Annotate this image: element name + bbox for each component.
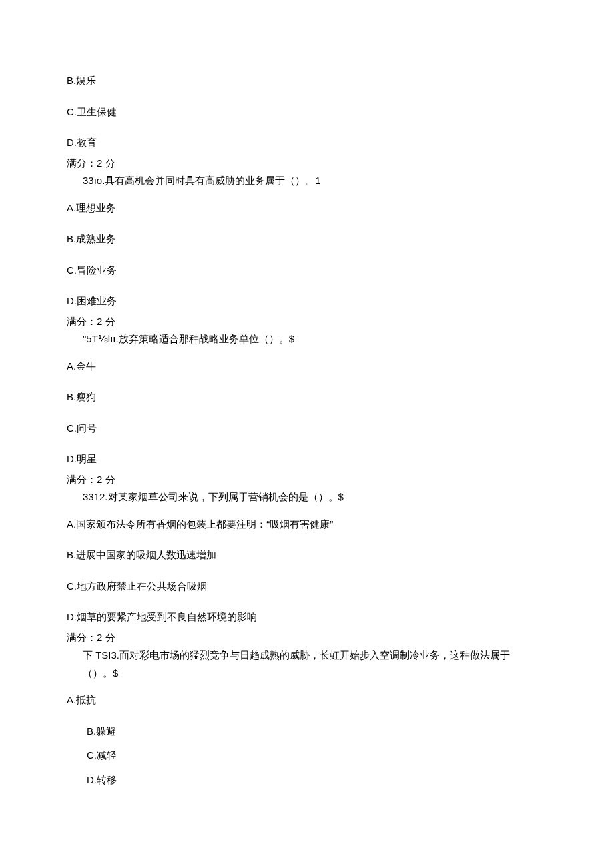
score-line-2: 满分：2 分 xyxy=(67,314,547,330)
score-line-1: 满分：2 分 xyxy=(67,156,547,171)
q11-stem: "5T⅟₈lıı.放弃策略适合那种战略业务单位（）。$ xyxy=(83,332,547,347)
q-prev-option-b: B.娱乐 xyxy=(67,73,547,89)
q11-option-d: D.明星 xyxy=(67,452,547,467)
q10-stem: 33ıo.具有高机会并同时具有高威胁的业务属于（）。1 xyxy=(83,173,547,189)
q13-option-c: C.减轻 xyxy=(87,748,547,763)
q11-option-b: B.瘦狗 xyxy=(67,390,547,405)
q12-option-b: B.进展中国家的吸烟人数迅速增加 xyxy=(67,548,547,563)
q12-option-a: A.国家颁布法令所有香烟的包装上都要注明：“吸烟有害健康” xyxy=(67,517,547,532)
score-line-4: 满分：2 分 xyxy=(67,630,547,646)
q12-option-c: C.地方政府禁止在公共场合吸烟 xyxy=(67,579,547,594)
q11-option-a: A.金牛 xyxy=(67,359,547,374)
q10-option-d: D.困难业务 xyxy=(67,294,547,309)
q12-stem: 3312.对某家烟草公司来说，下列属于营销机会的是（）。$ xyxy=(83,490,547,505)
q13-stem-line1: 下 TSI3.面对彩电市场的猛烈竞争与日趋成熟的威胁，长虹开始步入空调制冷业务，… xyxy=(83,648,547,663)
q10-option-a: A.理想业务 xyxy=(67,201,547,216)
q13-option-d: D.转移 xyxy=(87,773,547,788)
q-prev-option-c: C.卫生保健 xyxy=(67,105,547,120)
q13-option-b: B.躲避 xyxy=(87,724,547,739)
q13-option-a: A.抵抗 xyxy=(67,693,547,708)
q11-option-c: C.问号 xyxy=(67,421,547,436)
q12-option-d: D.烟草的要紧产地受到不良自然环境的影响 xyxy=(67,610,547,625)
q13-stem-line2: （）。$ xyxy=(83,666,547,681)
q10-option-c: C.冒险业务 xyxy=(67,263,547,278)
q-prev-option-d: D.教育 xyxy=(67,135,547,151)
q10-option-b: B.成熟业务 xyxy=(67,232,547,247)
score-line-3: 满分：2 分 xyxy=(67,472,547,488)
